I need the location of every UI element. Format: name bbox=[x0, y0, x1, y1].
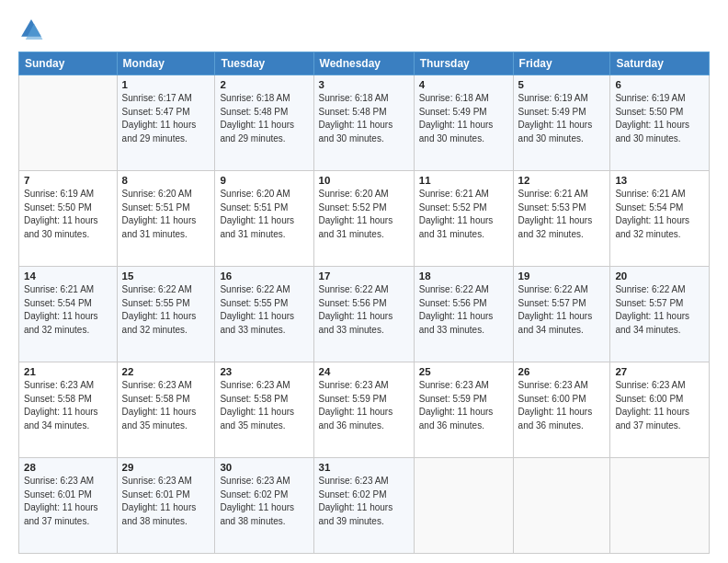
header-cell-sunday: Sunday bbox=[19, 52, 118, 75]
day-cell bbox=[414, 458, 513, 554]
day-detail: Sunrise: 6:18 AMSunset: 5:48 PMDaylight:… bbox=[319, 92, 409, 145]
day-number: 21 bbox=[24, 366, 112, 377]
day-detail: Sunrise: 6:21 AMSunset: 5:54 PMDaylight:… bbox=[24, 283, 112, 337]
day-cell: 27Sunrise: 6:23 AMSunset: 6:00 PMDayligh… bbox=[610, 362, 710, 458]
day-cell: 7Sunrise: 6:19 AMSunset: 5:50 PMDaylight… bbox=[19, 171, 118, 267]
day-number: 24 bbox=[319, 366, 409, 377]
week-row-1: 1Sunrise: 6:17 AMSunset: 5:47 PMDaylight… bbox=[19, 75, 710, 171]
day-number: 3 bbox=[319, 79, 409, 90]
day-detail: Sunrise: 6:23 AMSunset: 6:00 PMDaylight:… bbox=[518, 379, 606, 432]
day-detail: Sunrise: 6:21 AMSunset: 5:52 PMDaylight:… bbox=[419, 188, 508, 241]
day-cell: 11Sunrise: 6:21 AMSunset: 5:52 PMDayligh… bbox=[414, 171, 513, 267]
day-number: 16 bbox=[220, 270, 308, 282]
day-detail: Sunrise: 6:19 AMSunset: 5:50 PMDaylight:… bbox=[24, 188, 112, 241]
day-detail: Sunrise: 6:20 AMSunset: 5:51 PMDaylight:… bbox=[220, 188, 308, 241]
day-cell: 13Sunrise: 6:21 AMSunset: 5:54 PMDayligh… bbox=[610, 171, 710, 267]
day-number: 12 bbox=[518, 175, 606, 186]
header-cell-thursday: Thursday bbox=[414, 52, 513, 75]
week-row-4: 21Sunrise: 6:23 AMSunset: 5:58 PMDayligh… bbox=[19, 362, 710, 458]
day-detail: Sunrise: 6:22 AMSunset: 5:56 PMDaylight:… bbox=[319, 283, 409, 337]
day-number: 30 bbox=[220, 462, 308, 473]
day-number: 22 bbox=[122, 366, 210, 377]
day-cell: 22Sunrise: 6:23 AMSunset: 5:58 PMDayligh… bbox=[117, 362, 215, 458]
day-cell: 29Sunrise: 6:23 AMSunset: 6:01 PMDayligh… bbox=[117, 458, 215, 554]
week-row-3: 14Sunrise: 6:21 AMSunset: 5:54 PMDayligh… bbox=[19, 267, 710, 362]
day-cell: 26Sunrise: 6:23 AMSunset: 6:00 PMDayligh… bbox=[513, 362, 610, 458]
day-detail: Sunrise: 6:23 AMSunset: 6:02 PMDaylight:… bbox=[220, 475, 308, 528]
header-cell-tuesday: Tuesday bbox=[215, 52, 313, 75]
day-detail: Sunrise: 6:23 AMSunset: 5:58 PMDaylight:… bbox=[24, 379, 112, 432]
day-cell: 21Sunrise: 6:23 AMSunset: 5:58 PMDayligh… bbox=[19, 362, 118, 458]
day-detail: Sunrise: 6:21 AMSunset: 5:53 PMDaylight:… bbox=[518, 188, 606, 241]
day-detail: Sunrise: 6:17 AMSunset: 5:47 PMDaylight:… bbox=[122, 92, 210, 145]
day-detail: Sunrise: 6:23 AMSunset: 6:01 PMDaylight:… bbox=[24, 475, 112, 528]
day-detail: Sunrise: 6:22 AMSunset: 5:57 PMDaylight:… bbox=[615, 283, 704, 337]
day-cell: 4Sunrise: 6:18 AMSunset: 5:49 PMDaylight… bbox=[414, 75, 513, 171]
day-cell: 17Sunrise: 6:22 AMSunset: 5:56 PMDayligh… bbox=[313, 267, 414, 362]
day-detail: Sunrise: 6:23 AMSunset: 6:02 PMDaylight:… bbox=[319, 475, 409, 528]
day-number: 11 bbox=[419, 175, 508, 186]
day-detail: Sunrise: 6:19 AMSunset: 5:50 PMDaylight:… bbox=[615, 92, 704, 145]
week-row-5: 28Sunrise: 6:23 AMSunset: 6:01 PMDayligh… bbox=[19, 458, 710, 554]
day-cell: 30Sunrise: 6:23 AMSunset: 6:02 PMDayligh… bbox=[215, 458, 313, 554]
day-cell bbox=[513, 458, 610, 554]
day-number: 18 bbox=[419, 270, 508, 282]
calendar-table: SundayMondayTuesdayWednesdayThursdayFrid… bbox=[18, 52, 710, 554]
day-detail: Sunrise: 6:22 AMSunset: 5:57 PMDaylight:… bbox=[518, 283, 606, 337]
day-detail: Sunrise: 6:21 AMSunset: 5:54 PMDaylight:… bbox=[615, 188, 704, 241]
day-number: 19 bbox=[518, 270, 606, 282]
logo bbox=[18, 17, 50, 42]
day-number: 26 bbox=[518, 366, 606, 377]
day-number: 6 bbox=[615, 79, 704, 90]
day-detail: Sunrise: 6:19 AMSunset: 5:49 PMDaylight:… bbox=[518, 92, 606, 145]
header bbox=[18, 17, 710, 42]
day-number: 29 bbox=[122, 462, 210, 473]
page: SundayMondayTuesdayWednesdayThursdayFrid… bbox=[0, 0, 728, 563]
day-cell: 10Sunrise: 6:20 AMSunset: 5:52 PMDayligh… bbox=[313, 171, 414, 267]
day-number: 10 bbox=[319, 175, 409, 186]
header-row: SundayMondayTuesdayWednesdayThursdayFrid… bbox=[19, 52, 710, 75]
day-number: 13 bbox=[615, 175, 704, 186]
day-cell: 25Sunrise: 6:23 AMSunset: 5:59 PMDayligh… bbox=[414, 362, 513, 458]
day-detail: Sunrise: 6:23 AMSunset: 6:01 PMDaylight:… bbox=[122, 475, 210, 528]
day-number: 4 bbox=[419, 79, 508, 90]
header-cell-monday: Monday bbox=[117, 52, 215, 75]
week-row-2: 7Sunrise: 6:19 AMSunset: 5:50 PMDaylight… bbox=[19, 171, 710, 267]
day-detail: Sunrise: 6:23 AMSunset: 5:58 PMDaylight:… bbox=[122, 379, 210, 432]
day-cell: 1Sunrise: 6:17 AMSunset: 5:47 PMDaylight… bbox=[117, 75, 215, 171]
day-cell bbox=[610, 458, 710, 554]
day-cell: 31Sunrise: 6:23 AMSunset: 6:02 PMDayligh… bbox=[313, 458, 414, 554]
day-number: 5 bbox=[518, 79, 606, 90]
day-cell: 15Sunrise: 6:22 AMSunset: 5:55 PMDayligh… bbox=[117, 267, 215, 362]
day-number: 9 bbox=[220, 175, 308, 186]
day-detail: Sunrise: 6:18 AMSunset: 5:48 PMDaylight:… bbox=[220, 92, 308, 145]
day-cell: 14Sunrise: 6:21 AMSunset: 5:54 PMDayligh… bbox=[19, 267, 118, 362]
day-number: 23 bbox=[220, 366, 308, 377]
day-detail: Sunrise: 6:23 AMSunset: 5:58 PMDaylight:… bbox=[220, 379, 308, 432]
day-detail: Sunrise: 6:22 AMSunset: 5:55 PMDaylight:… bbox=[122, 283, 210, 337]
day-number: 28 bbox=[24, 462, 112, 473]
header-cell-friday: Friday bbox=[513, 52, 610, 75]
day-cell: 8Sunrise: 6:20 AMSunset: 5:51 PMDaylight… bbox=[117, 171, 215, 267]
day-detail: Sunrise: 6:20 AMSunset: 5:52 PMDaylight:… bbox=[319, 188, 409, 241]
day-number: 14 bbox=[24, 270, 112, 282]
day-detail: Sunrise: 6:23 AMSunset: 6:00 PMDaylight:… bbox=[615, 379, 704, 432]
day-number: 15 bbox=[122, 270, 210, 282]
day-number: 20 bbox=[615, 270, 704, 282]
day-cell: 6Sunrise: 6:19 AMSunset: 5:50 PMDaylight… bbox=[610, 75, 710, 171]
day-detail: Sunrise: 6:22 AMSunset: 5:56 PMDaylight:… bbox=[419, 283, 508, 337]
day-number: 25 bbox=[419, 366, 508, 377]
day-number: 27 bbox=[615, 366, 704, 377]
header-cell-wednesday: Wednesday bbox=[313, 52, 414, 75]
day-detail: Sunrise: 6:22 AMSunset: 5:55 PMDaylight:… bbox=[220, 283, 308, 337]
day-detail: Sunrise: 6:20 AMSunset: 5:51 PMDaylight:… bbox=[122, 188, 210, 241]
day-cell: 23Sunrise: 6:23 AMSunset: 5:58 PMDayligh… bbox=[215, 362, 313, 458]
day-number: 17 bbox=[319, 270, 409, 282]
day-number: 31 bbox=[319, 462, 409, 473]
day-cell: 12Sunrise: 6:21 AMSunset: 5:53 PMDayligh… bbox=[513, 171, 610, 267]
day-cell: 3Sunrise: 6:18 AMSunset: 5:48 PMDaylight… bbox=[313, 75, 414, 171]
header-cell-saturday: Saturday bbox=[610, 52, 710, 75]
day-cell: 9Sunrise: 6:20 AMSunset: 5:51 PMDaylight… bbox=[215, 171, 313, 267]
day-cell: 5Sunrise: 6:19 AMSunset: 5:49 PMDaylight… bbox=[513, 75, 610, 171]
day-number: 8 bbox=[122, 175, 210, 186]
